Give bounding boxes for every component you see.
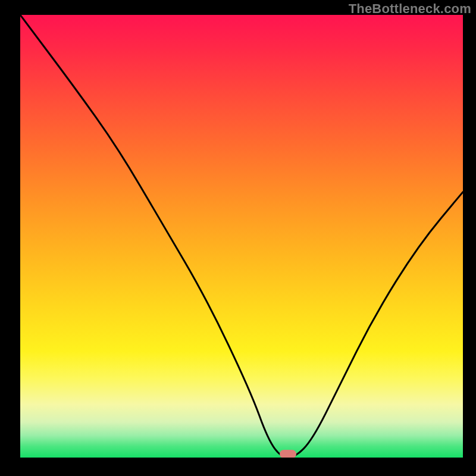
bottleneck-curve <box>20 15 463 458</box>
plot-area <box>20 15 463 458</box>
curve-path <box>20 15 463 458</box>
watermark-text: TheBottleneck.com <box>349 1 471 17</box>
optimal-point-marker <box>280 450 296 458</box>
chart-frame: TheBottleneck.com <box>0 0 476 476</box>
